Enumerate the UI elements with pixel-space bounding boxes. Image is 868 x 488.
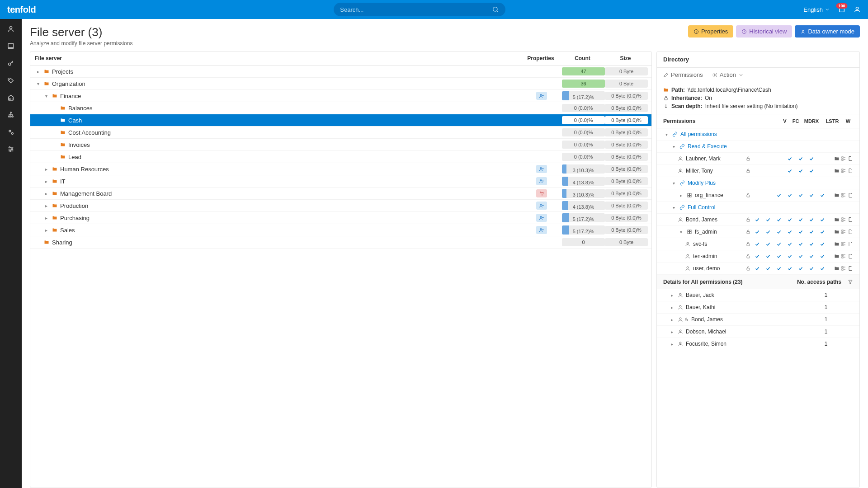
- svg-rect-103: [842, 267, 843, 268]
- permission-row[interactable]: Bond, James: [657, 214, 859, 226]
- action-dropdown[interactable]: Action: [712, 71, 744, 78]
- chevron-icon: ▸: [43, 228, 49, 233]
- sidenav-building[interactable]: [7, 94, 14, 101]
- permission-row[interactable]: ▸org_finance: [657, 189, 859, 202]
- chevron-icon: ▸: [669, 293, 675, 298]
- tree-item-label: Organization: [52, 80, 85, 87]
- tree-row[interactable]: ▸ Purchasing 5 (17.2)% 0 Byte (0.0)%: [30, 212, 651, 224]
- svg-point-17: [9, 130, 11, 132]
- svg-point-110: [679, 318, 681, 319]
- svg-rect-56: [842, 159, 843, 160]
- permission-row[interactable]: ▾fs_admin: [657, 226, 859, 238]
- search-box[interactable]: [334, 3, 505, 16]
- list-icon: [841, 168, 846, 174]
- sidenav-hierarchy[interactable]: [7, 111, 14, 118]
- svg-rect-2: [840, 8, 844, 12]
- tree-row[interactable]: ▸ Sales 5 (17.2)% 0 Byte (0.0)%: [30, 224, 651, 236]
- svg-point-50: [714, 74, 715, 75]
- sidenav-key[interactable]: [7, 60, 14, 67]
- folder-icon: [52, 178, 57, 184]
- lock-icon: [745, 253, 755, 259]
- permission-row[interactable]: ▾Full Control: [657, 202, 859, 214]
- svg-rect-98: [842, 257, 843, 258]
- historical-view-button[interactable]: Historical view: [736, 25, 792, 38]
- file-icon: [848, 266, 853, 271]
- notification-button[interactable]: 100: [838, 6, 845, 13]
- col-access-paths: No. access paths: [797, 279, 841, 285]
- tree-row[interactable]: ▾ Organization 36 0 Byte: [30, 78, 651, 90]
- sidenav-gears[interactable]: [7, 128, 14, 136]
- user-tag-icon: [536, 214, 547, 222]
- detail-row[interactable]: ▸Bauer, Jack 1: [657, 289, 859, 301]
- tree-item-label: Cost Accounting: [68, 129, 111, 136]
- svg-rect-77: [842, 220, 843, 221]
- permission-row[interactable]: Miller, Tony: [657, 165, 859, 177]
- tree-item-label: Production: [60, 202, 88, 209]
- tree-row[interactable]: Lead 0 (0.0)% 0 Byte (0.0)%: [30, 151, 651, 163]
- clock-icon: [741, 29, 747, 34]
- svg-rect-67: [688, 196, 689, 197]
- properties-button[interactable]: Properties: [688, 25, 733, 38]
- list-icon: [841, 241, 846, 247]
- filter-icon[interactable]: [848, 279, 853, 285]
- tree-item-label: Invoices: [68, 141, 90, 148]
- tree-row[interactable]: ▸ Management Board 3 (10.3)% 0 Byte (0.0…: [30, 188, 651, 200]
- file-icon: [848, 241, 853, 247]
- permission-row[interactable]: Laubner, Mark: [657, 153, 859, 165]
- tree-row[interactable]: Invoices 0 (0.0)% 0 Byte (0.0)%: [30, 139, 651, 151]
- lock-icon: [745, 156, 755, 161]
- chevron-down-icon: [825, 7, 830, 12]
- svg-rect-97: [842, 254, 843, 256]
- svg-point-18: [11, 132, 13, 134]
- folder-icon: [52, 166, 57, 172]
- permission-row[interactable]: ▾Read & Execute: [657, 141, 859, 153]
- permission-row[interactable]: ten-admin: [657, 250, 859, 263]
- tree-row[interactable]: ▸ Production 4 (13.8)% 0 Byte (0.0)%: [30, 200, 651, 212]
- folder-icon: [834, 229, 840, 235]
- data-owner-mode-button[interactable]: Data owner mode: [795, 25, 860, 38]
- permission-row[interactable]: svc-fs: [657, 238, 859, 250]
- svg-rect-96: [747, 256, 750, 258]
- edit-icon: [663, 72, 669, 78]
- tree-row[interactable]: ▸ Projects 47 0 Byte: [30, 66, 651, 78]
- svg-rect-75: [747, 220, 750, 222]
- chevron-icon: ▾: [35, 81, 41, 86]
- sidenav-sliders[interactable]: [7, 145, 14, 153]
- svg-point-59: [679, 169, 681, 171]
- col-count: Count: [561, 55, 604, 61]
- detail-row[interactable]: ▸Dobson, Michael 1: [657, 326, 859, 338]
- tree-row[interactable]: Balances 0 (0.0)% 0 Byte (0.0)%: [30, 102, 651, 114]
- folder-icon: [60, 142, 66, 147]
- detail-row[interactable]: ▸Focusrite, Simon 1: [657, 338, 859, 350]
- tree-row[interactable]: ▸ IT 4 (13.8)% 0 Byte (0.0)%: [30, 175, 651, 188]
- tree-row[interactable]: Cash 0 (0.0)% 0 Byte (0.0)%: [30, 114, 651, 127]
- svg-rect-86: [842, 232, 843, 234]
- sidenav-tag[interactable]: [7, 77, 14, 84]
- permissions-link[interactable]: Permissions: [663, 71, 703, 78]
- chevron-icon: ▸: [669, 329, 675, 334]
- tree-row[interactable]: ▾ Finance 5 (17.2)% 0 Byte (0.0)%: [30, 90, 651, 102]
- profile-button[interactable]: [854, 6, 861, 13]
- tree-row[interactable]: Sharing 0 0 Byte: [30, 236, 651, 249]
- sidenav-screen[interactable]: [7, 42, 14, 50]
- permission-row[interactable]: user, demo: [657, 263, 859, 275]
- tree-item-label: Balances: [68, 105, 92, 112]
- folder-icon: [52, 191, 57, 196]
- directory-title: Directory: [657, 52, 859, 68]
- detail-row[interactable]: ▸Bauer, Kathi 1: [657, 301, 859, 314]
- svg-point-40: [542, 195, 543, 195]
- tree-row[interactable]: Cost Accounting 0 (0.0)% 0 Byte (0.0)%: [30, 127, 651, 139]
- search-input[interactable]: [340, 6, 492, 13]
- file-icon: [848, 253, 853, 259]
- folder-icon: [60, 130, 66, 135]
- folder-icon: [60, 105, 66, 111]
- tree-row[interactable]: ▸ Human Resources 3 (10.3)% 0 Byte (0.0)…: [30, 163, 651, 175]
- permission-row[interactable]: ▾All permissions: [657, 128, 859, 141]
- permission-row[interactable]: ▾Modify Plus: [657, 177, 859, 189]
- folder-icon: [52, 203, 57, 208]
- svg-rect-66: [690, 193, 692, 195]
- lock-icon: [745, 217, 755, 222]
- detail-row[interactable]: ▸Bond, James 1: [657, 314, 859, 326]
- language-selector[interactable]: English: [803, 6, 830, 13]
- sidenav-user[interactable]: [7, 25, 14, 33]
